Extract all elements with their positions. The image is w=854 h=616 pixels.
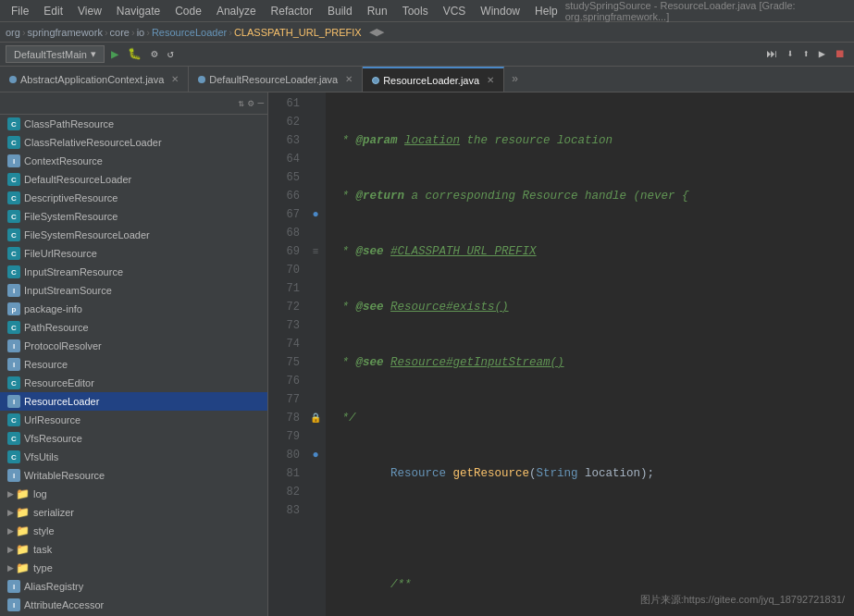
menu-window[interactable]: Window [473,3,527,19]
sidebar-item-inputstreamresource[interactable]: C InputStreamResource [0,263,267,281]
folder-label: style [33,525,55,536]
tab-resource-loader[interactable]: ResourceLoader.java ✕ [363,67,504,92]
sidebar-item-resourceeditor[interactable]: C ResourceEditor [0,374,267,392]
step-out-button[interactable]: ⬆ [800,45,812,63]
menu-build[interactable]: Build [320,3,360,19]
run-button[interactable]: ▶ [108,44,121,64]
sidebar-icon-c: C [7,136,20,149]
tab-abstract-application-context[interactable]: AbstractApplicationContext.java ✕ [0,67,189,92]
breadcrumb-item-classpath[interactable]: CLASSPATH_URL_PREFIX [234,27,362,38]
tab-label-abstract: AbstractApplicationContext.java [20,74,164,85]
tab-overflow-icon[interactable]: » [504,73,526,86]
sidebar-settings-icon[interactable]: ⚙ [248,97,254,109]
sidebar-icon-i: I [7,469,20,482]
sidebar-sort-icon[interactable]: ⇅ [238,97,244,109]
menu-help[interactable]: Help [527,3,565,19]
sidebar-item-attributeaccessor[interactable]: I AttributeAccessor [0,596,267,614]
tab-default-resource-loader[interactable]: DefaultResourceLoader.java ✕ [189,67,363,92]
sidebar-item-writableresource[interactable]: I WritableResource [0,466,267,485]
sidebar-item-pathresource[interactable]: C PathResource [0,318,267,337]
folder-icon: 📁 [16,487,30,500]
breadcrumb-item-resourceloader[interactable]: ResourceLoader [152,27,227,38]
sidebar-item-vfsutils[interactable]: C VfsUtils [0,448,267,466]
tab-close-abstract[interactable]: ✕ [171,74,179,84]
breadcrumb-item-org[interactable]: org [6,27,20,38]
sidebar-label: ResourceLoader [24,396,99,407]
step-into-button[interactable]: ⬇ [784,45,796,63]
line-numbers: 6162636465 6667686970 7172737475 7677787… [268,92,305,616]
sidebar-item-contextresource[interactable]: I ContextResource [0,152,267,170]
menu-tools[interactable]: Tools [395,3,436,19]
sidebar-icon-c: C [7,117,20,130]
breadcrumb-item-springframework[interactable]: springframework [28,27,103,38]
sidebar-item-package-info[interactable]: p package-info [0,300,267,318]
menu-analyze[interactable]: Analyze [209,3,264,19]
sidebar-label: UrlResource [24,414,80,425]
tab-close-resource[interactable]: ✕ [487,75,494,85]
tab-close-default[interactable]: ✕ [345,74,353,84]
menu-code[interactable]: Code [167,3,209,19]
folder-label: task [33,544,52,555]
sidebar-item-filesystemresourceloader[interactable]: C FileSystemResourceLoader [0,226,267,244]
sidebar-icon-c: C [7,413,20,426]
code-line-64: * @see Resource#exists() [335,298,845,316]
sidebar-item-urlresource[interactable]: C UrlResource [0,411,267,429]
sidebar-item-vfsresource[interactable]: C VfsResource [0,429,267,448]
code-line-63: * @see #CLASSPATH_URL_PREFIX [335,242,845,261]
breadcrumb-item-core[interactable]: core [110,27,130,38]
folder-item-serializer[interactable]: ▶ 📁 serializer [0,503,267,522]
sidebar-icon-c: C [7,191,20,204]
menu-edit[interactable]: Edit [36,3,70,19]
menu-refactor[interactable]: Refactor [264,3,320,19]
sidebar-icon-c: C [7,247,20,260]
menu-navigate[interactable]: Navigate [109,3,167,19]
code-area[interactable]: 6162636465 6667686970 7172737475 7677787… [268,92,854,616]
sidebar-item-resource[interactable]: I Resource [0,355,267,374]
tab-label-resource: ResourceLoader.java [383,75,479,86]
sidebar-item-filesystemresource[interactable]: C FileSystemResource [0,207,267,226]
folder-item-style[interactable]: ▶ 📁 style [0,522,267,540]
sidebar-item-aliasregistry[interactable]: I AliasRegistry [0,577,267,596]
folder-arrow-icon: ▶ [7,508,14,517]
sidebar-list: C ClassPathResource C ClassRelativeResou… [0,115,267,616]
menu-view[interactable]: View [70,3,109,19]
breadcrumb-item-io[interactable]: io [137,27,145,38]
nav-back-icon[interactable]: ◀ [369,26,377,38]
folder-item-type[interactable]: ▶ 📁 type [0,559,267,577]
nav-fwd-icon[interactable]: ▶ [377,26,384,38]
folder-arrow-icon: ▶ [7,489,14,499]
sidebar-item-fileurlresource[interactable]: C FileUrlResource [0,244,267,263]
sidebar-minimize-icon[interactable]: ─ [257,98,264,109]
sidebar-item-descriptiveresource[interactable]: C DescriptiveResource [0,189,267,207]
sidebar-item-inputstreamsource[interactable]: I InputStreamSource [0,281,267,300]
sidebar-item-protocolresolver[interactable]: I ProtocolResolver [0,337,267,355]
run-config-dropdown-icon: ▾ [91,48,96,60]
sidebar-icon-c: C [7,432,20,445]
menu-vcs[interactable]: VCS [436,3,474,19]
sidebar-icon-p: p [7,302,20,315]
settings-button[interactable]: ⚙ [148,45,160,63]
stop-button[interactable]: ⏹ [832,45,848,63]
sidebar-icon-i: I [7,339,20,352]
sidebar-item-classpathresource[interactable]: C ClassPathResource [0,115,267,133]
sidebar-item-resourceloader[interactable]: I ResourceLoader [0,392,267,411]
tab-icon-resource [372,77,379,84]
menu-file[interactable]: File [4,3,36,19]
sidebar-item-defaultresourceloader[interactable]: C DefaultResourceLoader [0,170,267,189]
debug-button[interactable]: 🐛 [125,45,144,63]
sidebar-label: package-info [24,303,82,314]
main-content: ⇅ ⚙ ─ C ClassPathResource C ClassRelativ… [0,92,854,616]
sidebar-icon-c: C [7,173,20,186]
refresh-button[interactable]: ↺ [165,45,177,63]
code-content[interactable]: * @param location the resource location … [326,92,854,616]
folder-icon: 📁 [16,561,30,574]
step-over-button[interactable]: ⏭ [763,45,780,63]
menu-run[interactable]: Run [360,3,395,19]
folder-item-log[interactable]: ▶ 📁 log [0,485,267,503]
run-config-selector[interactable]: DefaultTestMain ▾ [6,45,105,63]
sidebar-label: ResourceEditor [24,377,94,388]
resume-button[interactable]: ▶ [816,45,828,63]
folder-label: log [33,488,47,499]
sidebar-item-classrelativeresourceloader[interactable]: C ClassRelativeResourceLoader [0,133,267,152]
folder-item-task[interactable]: ▶ 📁 task [0,540,267,559]
